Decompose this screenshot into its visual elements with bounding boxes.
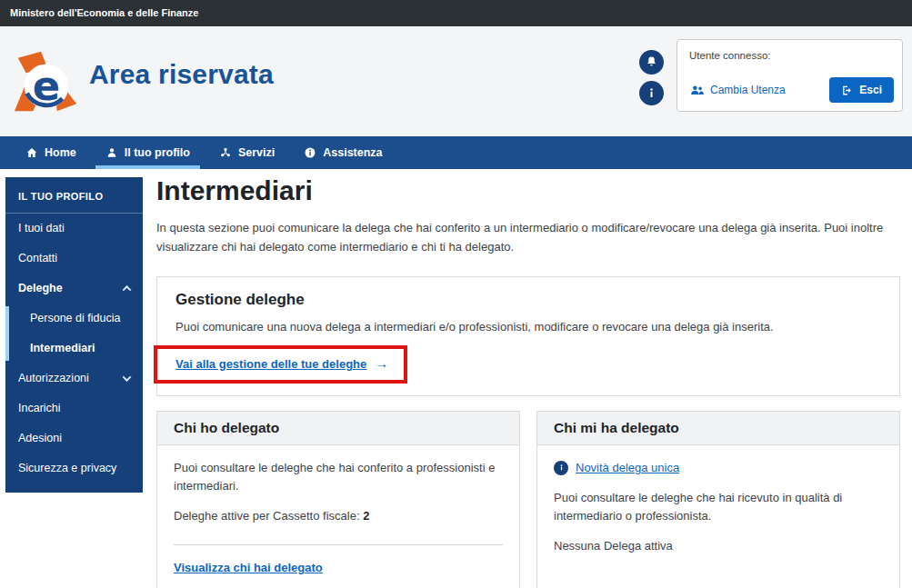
- page-intro: In questa sezione puoi comunicare la del…: [156, 218, 900, 257]
- chi-ho-delegato-title: Chi ho delegato: [157, 412, 519, 445]
- gestione-deleghe-body: Puoi comunicare una nuova delega a inter…: [175, 320, 881, 334]
- sidebar-deleghe-submenu: Persone di fiducia Intermediari: [5, 304, 143, 364]
- ministry-title: Ministero dell'Economia e delle Finanze: [10, 7, 198, 18]
- sidebar-title: IL TUO PROFILO: [5, 177, 143, 214]
- header: e Area riservata Utente connesso: Cambia…: [0, 26, 912, 136]
- header-icon-buttons: [639, 50, 664, 105]
- gestione-deleghe-title: Gestione deleghe: [175, 291, 881, 309]
- chevron-down-icon: [123, 373, 132, 382]
- sidebar-item-deleghe[interactable]: Deleghe: [5, 274, 143, 304]
- nav-item-il-tuo-profilo[interactable]: Il tuo profilo: [91, 136, 205, 169]
- nessuna-delega-text: Nessuna Delega attiva: [554, 537, 883, 555]
- main-content: Intermediari In questa sezione puoi comu…: [156, 175, 900, 588]
- deleghe-attive-label: Deleghe attive per Cassetto fiscale:: [174, 509, 360, 523]
- bell-icon: [645, 55, 658, 69]
- chi-ho-delegato-body: Puoi consultare le deleghe che hai confe…: [174, 459, 503, 495]
- sidebar-item-label: Incarichi: [18, 402, 61, 415]
- main-navbar: Home Il tuo profilo Servizi Assistenza: [0, 136, 912, 169]
- info-circle-icon: [554, 461, 568, 475]
- novita-row: Novità delega unica: [554, 459, 883, 477]
- sidebar-item-label: Persone di fiducia: [30, 312, 120, 325]
- visualizza-delegati-link[interactable]: Visualizza chi hai delegato: [174, 561, 323, 574]
- nav-item-servizi[interactable]: Servizi: [205, 136, 289, 169]
- info-icon: [645, 86, 658, 100]
- sidebar-item-i-tuoi-dati[interactable]: I tuoi dati: [5, 214, 143, 244]
- sidebar-item-label: Sicurezza e privacy: [18, 462, 116, 475]
- notifications-bell-button[interactable]: [639, 50, 664, 75]
- profile-sidebar: IL TUO PROFILO I tuoi dati Contatti Dele…: [5, 177, 143, 493]
- user-icon: [105, 146, 118, 159]
- user-session-box: Utente connesso: Cambia Utenza Esci: [676, 39, 903, 112]
- users-icon: [689, 84, 705, 97]
- chi-mi-ha-delegato-card: Chi mi ha delegato Novità delega unica P…: [536, 411, 900, 588]
- sidebar-item-label: Intermediari: [30, 342, 95, 355]
- ministry-ribbon: Ministero dell'Economia e delle Finanze: [0, 0, 912, 26]
- change-user-label: Cambia Utenza: [710, 84, 786, 96]
- sidebar-item-autorizzazioni[interactable]: Autorizzazioni: [5, 364, 143, 394]
- home-icon: [25, 146, 38, 159]
- chi-mi-ha-delegato-title: Chi mi ha delegato: [537, 412, 899, 445]
- assistance-icon: [304, 146, 316, 159]
- gestione-deleghe-card: Gestione deleghe Puoi comunicare una nuo…: [156, 276, 900, 396]
- vai-gestione-deleghe-link[interactable]: Vai alla gestione delle tue deleghe: [175, 357, 366, 371]
- logout-label: Esci: [859, 84, 882, 96]
- logout-button[interactable]: Esci: [829, 77, 894, 103]
- deleghe-attive-line: Deleghe attive per Cassetto fiscale: 2: [174, 507, 503, 525]
- sidebar-item-persone-di-fiducia[interactable]: Persone di fiducia: [5, 304, 143, 334]
- page-title: Intermediari: [156, 175, 900, 206]
- red-highlight-box: Vai alla gestione delle tue deleghe→: [154, 345, 407, 384]
- services-icon: [219, 146, 232, 159]
- sidebar-item-label: Contatti: [18, 252, 57, 265]
- content-layout: IL TUO PROFILO I tuoi dati Contatti Dele…: [0, 169, 912, 588]
- nav-item-label: Servizi: [238, 146, 275, 159]
- change-user-link[interactable]: Cambia Utenza: [689, 84, 786, 97]
- svg-text:e: e: [33, 62, 60, 110]
- chi-mi-ha-delegato-body: Puoi consultare le deleghe che hai ricev…: [554, 489, 883, 525]
- nav-item-label: Assistenza: [323, 146, 382, 159]
- sidebar-item-adesioni[interactable]: Adesioni: [5, 424, 143, 453]
- chi-ho-delegato-card: Chi ho delegato Puoi consultare le deleg…: [156, 411, 520, 588]
- sidebar-item-sicurezza-e-privacy[interactable]: Sicurezza e privacy: [5, 453, 143, 483]
- novita-delega-unica-link[interactable]: Novità delega unica: [576, 459, 679, 477]
- agenzia-entrate-logo-icon: e: [11, 47, 82, 116]
- nav-item-label: Home: [45, 146, 76, 159]
- info-button[interactable]: [639, 81, 664, 105]
- sidebar-item-label: I tuoi dati: [18, 222, 65, 235]
- sidebar-item-label: Deleghe: [18, 282, 63, 295]
- card-divider: [174, 544, 503, 545]
- sidebar-item-label: Autorizzazioni: [18, 372, 89, 385]
- deleghe-attive-count: 2: [363, 509, 369, 523]
- nav-item-assistenza[interactable]: Assistenza: [289, 136, 396, 169]
- arrow-right-icon: →: [375, 355, 388, 371]
- sidebar-item-contatti[interactable]: Contatti: [5, 244, 143, 274]
- delegation-cards-row: Chi ho delegato Puoi consultare le deleg…: [156, 411, 900, 588]
- nav-item-home[interactable]: Home: [11, 136, 91, 169]
- user-connected-label: Utente connesso:: [689, 50, 890, 61]
- sidebar-item-intermediari[interactable]: Intermediari: [5, 334, 143, 364]
- nav-item-label: Il tuo profilo: [125, 146, 190, 159]
- page-brand-title: Area riservata: [89, 59, 274, 90]
- logout-icon: [841, 85, 853, 96]
- sidebar-item-label: Adesioni: [18, 432, 62, 445]
- sidebar-item-incarichi[interactable]: Incarichi: [5, 394, 143, 424]
- card-footer: Visualizza chi hai delegato: [174, 537, 503, 577]
- chevron-up-icon: [123, 285, 132, 294]
